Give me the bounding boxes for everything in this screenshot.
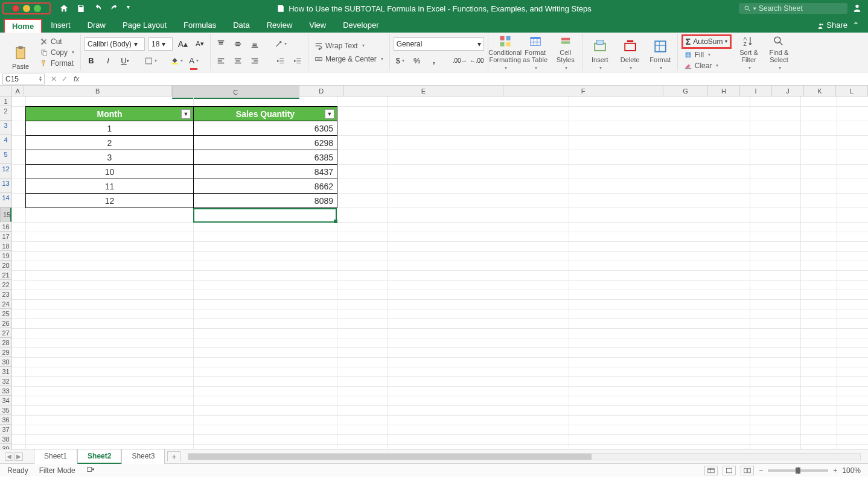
- select-all-corner[interactable]: [0, 86, 12, 97]
- fx-icon[interactable]: fx: [74, 75, 79, 83]
- zoom-slider[interactable]: [768, 469, 828, 472]
- row-header-37[interactable]: 37: [0, 425, 11, 434]
- align-middle-icon[interactable]: [231, 37, 244, 51]
- window-close-icon[interactable]: [12, 5, 19, 12]
- align-bottom-icon[interactable]: [248, 37, 261, 51]
- tab-formulas[interactable]: Formulas: [175, 17, 225, 33]
- col-header-G[interactable]: G: [663, 86, 708, 96]
- cell-qty[interactable]: 6385: [194, 150, 337, 165]
- col-header-I[interactable]: I: [740, 86, 772, 96]
- col-header-E[interactable]: E: [344, 86, 504, 96]
- merge-center-button[interactable]: Merge & Center: [312, 54, 386, 64]
- row-header-22[interactable]: 22: [0, 280, 11, 290]
- row-header-12[interactable]: 12: [0, 164, 11, 179]
- cell-month[interactable]: 11: [26, 179, 194, 194]
- col-header-K[interactable]: K: [804, 86, 836, 96]
- sheet-tab-sheet1[interactable]: Sheet1: [34, 449, 77, 464]
- undo-icon[interactable]: [93, 4, 103, 13]
- col-header-J[interactable]: J: [772, 86, 804, 96]
- column-headers[interactable]: ABCDEFGHIJKL: [12, 86, 868, 97]
- row-header-14[interactable]: 14: [0, 193, 11, 208]
- delete-cells-button[interactable]: Delete: [617, 34, 643, 71]
- header-sales-quantity[interactable]: Sales Quantity▼: [194, 107, 337, 121]
- increase-font-icon[interactable]: A▴: [176, 37, 190, 51]
- cell-month[interactable]: 2: [26, 136, 194, 150]
- row-header-13[interactable]: 13: [0, 179, 11, 193]
- zoom-out-button[interactable]: −: [759, 466, 763, 475]
- table-row[interactable]: 108437: [26, 165, 337, 179]
- row-header-31[interactable]: 31: [0, 367, 11, 376]
- col-header-B[interactable]: B: [24, 86, 172, 96]
- tab-developer[interactable]: Developer: [334, 17, 387, 33]
- increase-indent-icon[interactable]: [291, 54, 304, 68]
- share-button[interactable]: Share: [816, 21, 847, 30]
- enter-formula-icon[interactable]: ✓: [62, 75, 68, 83]
- bold-button[interactable]: B: [85, 54, 98, 68]
- cell-qty[interactable]: 8437: [194, 165, 337, 179]
- search-sheet-input[interactable]: ▾ Search Sheet: [739, 3, 847, 14]
- zoom-in-button[interactable]: +: [833, 466, 837, 475]
- col-header-D[interactable]: D: [299, 86, 344, 96]
- row-header-5[interactable]: 5: [0, 150, 11, 164]
- row-header-35[interactable]: 35: [0, 405, 11, 415]
- font-color-button[interactable]: A: [187, 54, 200, 68]
- increase-decimal-icon[interactable]: .00→: [453, 54, 467, 68]
- sheet-nav-prev-icon[interactable]: ◀: [5, 452, 13, 461]
- filter-icon[interactable]: ▼: [181, 109, 191, 119]
- row-header-36[interactable]: 36: [0, 415, 11, 425]
- fill-button[interactable]: Fill: [681, 50, 732, 60]
- fill-color-button[interactable]: [170, 54, 183, 68]
- copy-button[interactable]: Copy: [37, 48, 77, 57]
- tab-draw[interactable]: Draw: [79, 17, 114, 33]
- row-header-15[interactable]: 15: [0, 208, 11, 222]
- autosum-button[interactable]: ΣAutoSum▾: [681, 34, 732, 49]
- cancel-formula-icon[interactable]: ✕: [51, 75, 57, 83]
- row-header-32[interactable]: 32: [0, 376, 11, 386]
- font-name-select[interactable]: Calibri (Body)▾: [85, 37, 145, 51]
- decrease-font-icon[interactable]: A▾: [193, 37, 206, 51]
- col-header-A[interactable]: A: [12, 86, 24, 96]
- window-zoom-icon[interactable]: [34, 5, 41, 12]
- italic-button[interactable]: I: [101, 54, 115, 68]
- number-format-select[interactable]: General▾: [394, 37, 484, 51]
- col-header-H[interactable]: H: [708, 86, 740, 96]
- font-size-select[interactable]: 18▾: [148, 37, 173, 51]
- save-icon[interactable]: [76, 4, 86, 13]
- home-icon[interactable]: [59, 4, 69, 13]
- col-header-F[interactable]: F: [503, 86, 663, 96]
- row-header-39[interactable]: 39: [0, 444, 11, 449]
- find-select-button[interactable]: Find & Select: [765, 34, 792, 71]
- clear-button[interactable]: Clear: [681, 61, 732, 71]
- macro-record-icon[interactable]: [86, 465, 95, 475]
- tab-home[interactable]: Home: [4, 19, 42, 33]
- row-header-16[interactable]: 16: [0, 222, 11, 232]
- sheet-tab-sheet2[interactable]: Sheet2: [77, 449, 121, 464]
- view-normal-icon[interactable]: [704, 466, 718, 475]
- align-left-icon[interactable]: [214, 54, 228, 68]
- window-minimize-icon[interactable]: [23, 5, 30, 12]
- cell-month[interactable]: 10: [26, 165, 194, 179]
- align-top-icon[interactable]: [214, 37, 228, 51]
- sheet-tab-sheet3[interactable]: Sheet3: [121, 449, 165, 464]
- sort-filter-button[interactable]: AZSort & Filter: [735, 34, 762, 71]
- name-box[interactable]: C15▴▾: [2, 74, 45, 84]
- cell-qty[interactable]: 6298: [194, 136, 337, 150]
- row-header-19[interactable]: 19: [0, 251, 11, 261]
- row-header-27[interactable]: 27: [0, 328, 11, 338]
- paste-button[interactable]: Paste: [7, 34, 34, 71]
- row-headers[interactable]: 1234512131415161718192021222324252627282…: [0, 97, 12, 449]
- table-row[interactable]: 16305: [26, 121, 337, 136]
- underline-button[interactable]: U▾: [118, 54, 132, 68]
- qat-dropdown-icon[interactable]: ▾: [127, 4, 136, 13]
- format-as-table-button[interactable]: Format as Table: [522, 34, 549, 71]
- row-header-2[interactable]: 2: [0, 106, 11, 121]
- cell-month[interactable]: 12: [26, 194, 194, 208]
- row-header-4[interactable]: 4: [0, 135, 11, 150]
- spreadsheet-grid[interactable]: ABCDEFGHIJKL 123451213141516171819202122…: [0, 86, 868, 449]
- row-header-38[interactable]: 38: [0, 434, 11, 444]
- insert-cells-button[interactable]: Insert: [587, 34, 613, 71]
- decrease-indent-icon[interactable]: [274, 54, 287, 68]
- formula-input[interactable]: [84, 74, 866, 84]
- view-page-layout-icon[interactable]: [723, 466, 736, 475]
- currency-button[interactable]: $: [394, 54, 407, 68]
